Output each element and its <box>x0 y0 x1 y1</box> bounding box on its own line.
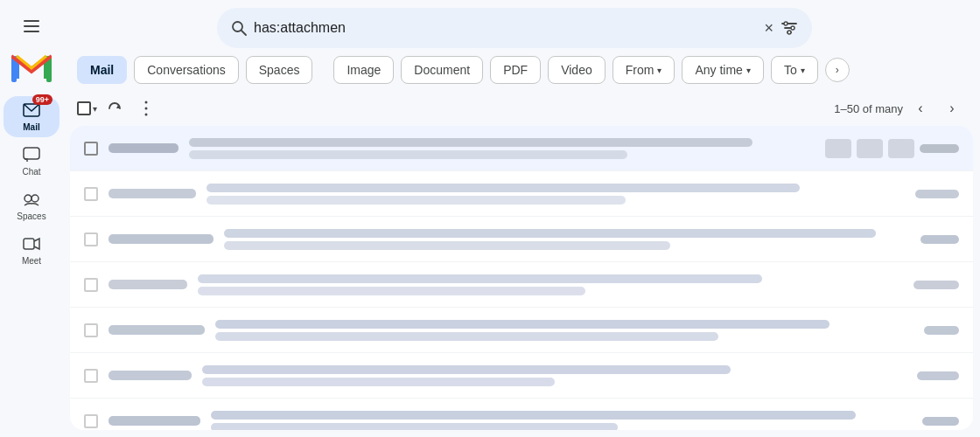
tab-conversations[interactable]: Conversations <box>134 56 239 84</box>
svg-point-15 <box>791 26 794 30</box>
svg-point-14 <box>784 22 788 25</box>
row-checkbox[interactable] <box>84 323 98 337</box>
refresh-icon <box>108 101 122 115</box>
prev-page-button[interactable]: ‹ <box>906 94 934 122</box>
table-row[interactable] <box>70 353 973 399</box>
sidebar-item-meet-label: Meet <box>22 256 41 266</box>
row-checkbox[interactable] <box>84 414 98 428</box>
table-row[interactable] <box>70 171 973 217</box>
table-row[interactable] <box>70 262 973 308</box>
gmail-logo <box>10 54 52 80</box>
chip-video[interactable]: Video <box>548 56 606 84</box>
search-bar: has:attachmen × <box>217 8 812 48</box>
search-query-text: has:attachmen <box>254 20 757 36</box>
svg-point-7 <box>32 195 38 202</box>
table-row[interactable] <box>70 308 973 353</box>
svg-point-9 <box>233 22 242 31</box>
svg-point-16 <box>788 31 791 34</box>
row-checkbox[interactable] <box>84 278 98 292</box>
select-chevron-icon: ▾ <box>93 104 97 114</box>
chip-document[interactable]: Document <box>401 56 483 84</box>
next-page-button[interactable]: › <box>938 94 966 122</box>
sidebar-item-spaces[interactable]: Spaces <box>4 185 60 226</box>
svg-point-6 <box>24 195 32 202</box>
chip-to[interactable]: To ▾ <box>771 56 818 84</box>
table-row[interactable] <box>70 399 973 430</box>
toolbar-right: 1–50 of many ‹ › <box>834 94 966 122</box>
meet-icon-wrap <box>16 233 47 254</box>
scroll-chips-right-button[interactable]: › <box>825 58 850 82</box>
email-sender-blur <box>108 143 178 153</box>
chip-from[interactable]: From ▾ <box>612 56 676 84</box>
chip-any-time[interactable]: Any time ▾ <box>682 56 763 84</box>
email-content-blur <box>215 320 914 341</box>
search-icon <box>231 20 247 36</box>
email-date-blur <box>920 235 959 244</box>
any-time-chevron-icon: ▾ <box>746 66 751 75</box>
svg-line-10 <box>242 31 246 35</box>
email-date-blur <box>917 371 959 380</box>
main-content: has:attachmen × Mail Conversations Space… <box>63 0 980 437</box>
email-sender-blur <box>108 325 205 335</box>
email-content-blur <box>198 274 903 295</box>
mail-badge: 99+ <box>32 94 52 105</box>
pagination-text: 1–50 of many <box>834 102 903 115</box>
toolbar-left: ▾ <box>77 94 160 122</box>
hamburger-button[interactable] <box>14 9 49 44</box>
email-date-blur <box>922 417 959 426</box>
email-sender-blur <box>108 234 214 244</box>
email-date-blur <box>924 326 959 335</box>
spaces-icon-wrap <box>16 189 47 210</box>
filter-bar: Mail Conversations Spaces Image Document… <box>63 56 980 91</box>
row-checkbox[interactable] <box>84 187 98 201</box>
svg-point-18 <box>145 108 148 110</box>
chip-image[interactable]: Image <box>333 56 394 84</box>
email-content-blur <box>211 411 912 431</box>
sidebar-item-spaces-label: Spaces <box>17 212 46 221</box>
sidebar-item-chat[interactable]: Chat <box>4 141 60 182</box>
from-chevron-icon: ▾ <box>657 66 662 75</box>
svg-rect-5 <box>24 148 39 159</box>
refresh-button[interactable] <box>101 94 129 122</box>
toolbar: ▾ 1–50 of many ‹ › <box>63 91 980 126</box>
sidebar-item-chat-label: Chat <box>22 167 40 177</box>
row-checkbox[interactable] <box>84 232 98 246</box>
svg-point-17 <box>145 101 148 104</box>
to-chevron-icon: ▾ <box>801 66 805 75</box>
email-date-blur <box>914 281 959 289</box>
email-sender-blur <box>108 189 196 198</box>
email-content-blur <box>224 229 910 250</box>
more-options-button[interactable] <box>132 94 160 122</box>
sidebar-item-mail-label: Mail <box>23 122 39 132</box>
svg-point-19 <box>145 114 148 116</box>
chip-pdf[interactable]: PDF <box>490 56 541 84</box>
email-date-blur <box>915 190 959 198</box>
mail-icon-wrap: 99+ <box>16 100 47 121</box>
email-sender-blur <box>108 371 192 380</box>
row-checkbox[interactable] <box>84 142 98 156</box>
search-filter-button[interactable] <box>780 20 798 36</box>
email-actions-right <box>825 139 959 158</box>
sidebar-item-mail[interactable]: 99+ Mail <box>4 96 60 137</box>
mail-icon <box>23 103 40 117</box>
search-clear-button[interactable]: × <box>764 19 774 38</box>
more-icon <box>144 101 148 116</box>
email-content-blur <box>189 138 815 159</box>
select-all-checkbox[interactable]: ▾ <box>77 101 97 115</box>
topbar: has:attachmen × <box>63 0 980 56</box>
tab-mail[interactable]: Mail <box>77 56 127 84</box>
sidebar-item-meet[interactable]: Meet <box>4 230 60 271</box>
meet-icon <box>23 237 40 251</box>
sidebar: 99+ Mail Chat Spaces Me <box>0 0 63 437</box>
table-row[interactable] <box>70 217 973 262</box>
tab-spaces[interactable]: Spaces <box>246 56 313 84</box>
email-content-blur <box>206 184 905 205</box>
chat-icon-wrap <box>16 144 47 165</box>
row-checkbox[interactable] <box>84 369 98 383</box>
checkbox-box <box>77 101 91 115</box>
chat-icon <box>23 147 40 163</box>
email-sender-blur <box>108 416 200 426</box>
table-row[interactable] <box>70 126 973 171</box>
email-content-blur <box>202 365 906 386</box>
email-sender-blur <box>108 280 187 289</box>
